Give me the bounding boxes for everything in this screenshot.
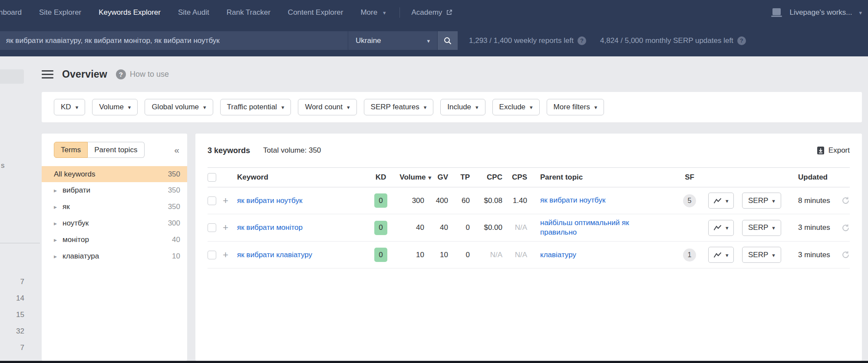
topnav-item[interactable]: Site Audit xyxy=(169,8,218,17)
column-volume[interactable]: Volume xyxy=(392,173,424,182)
column-gv[interactable]: GV xyxy=(424,173,448,182)
column-parent-topic[interactable]: Parent topic xyxy=(527,173,677,182)
collapse-sidebar-icon[interactable] xyxy=(174,145,179,154)
kd-badge: 0 xyxy=(374,193,387,208)
topnav-item[interactable]: Content Explorer xyxy=(279,8,352,17)
chevron-down-icon[interactable] xyxy=(859,8,862,17)
parent-topic-link[interactable]: клавіатуру xyxy=(540,251,576,259)
refresh-icon[interactable] xyxy=(839,251,850,259)
filter-button[interactable]: Include xyxy=(440,99,485,115)
row-checkbox[interactable] xyxy=(208,251,216,259)
keyword-link[interactable]: як вибрати ноутбук xyxy=(237,196,302,205)
gv-cell: 400 xyxy=(424,196,448,205)
topnav-item[interactable]: hboard xyxy=(0,8,30,17)
filter-button[interactable]: KD xyxy=(54,99,85,115)
cutoff-number: 32 xyxy=(0,323,24,340)
topnav-item[interactable]: Site Explorer xyxy=(30,8,90,17)
refresh-icon[interactable] xyxy=(839,224,850,232)
row-checkbox[interactable] xyxy=(208,223,216,232)
chevron-down-icon xyxy=(726,251,729,259)
keyword-tree-item[interactable]: монітор 40 xyxy=(42,232,187,248)
topnav-item[interactable]: More xyxy=(352,8,394,17)
country-select[interactable]: Ukraine xyxy=(348,31,437,50)
row-checkbox[interactable] xyxy=(208,196,216,205)
keyword-tree-item[interactable]: ноутбук 300 xyxy=(42,215,187,232)
column-sf[interactable]: SF xyxy=(677,173,703,182)
filter-button[interactable]: Traffic potential xyxy=(220,99,291,115)
filter-button[interactable]: SERP features xyxy=(364,99,434,115)
keyword-link[interactable]: як вибрати монітор xyxy=(237,223,303,232)
cutoff-number: 15 xyxy=(0,307,24,323)
keyword-link[interactable]: як вибрати клавіатуру xyxy=(237,251,312,259)
topnav-item-label: hboard xyxy=(0,8,22,16)
table-row: як вибрати ноутбук 0 300 400 60 $0.08 1.… xyxy=(208,187,850,214)
workspace-icon[interactable] xyxy=(771,8,782,17)
sparkline-icon xyxy=(713,225,722,231)
column-keyword[interactable]: Keyword xyxy=(237,173,370,182)
chevron-down-icon xyxy=(76,103,79,111)
column-updated[interactable]: Updated xyxy=(790,173,839,182)
table-body: як вибрати ноутбук 0 300 400 60 $0.08 1.… xyxy=(208,187,850,268)
collapsed-panel-tab xyxy=(0,69,24,84)
chevron-down-icon xyxy=(594,103,597,111)
account-selector[interactable]: Livepage's works... xyxy=(789,8,852,17)
filter-button[interactable]: Global volume xyxy=(145,99,213,115)
keyword-tree-item[interactable]: вибрати 350 xyxy=(42,182,187,199)
add-keyword-icon[interactable] xyxy=(223,250,237,260)
export-button[interactable]: Export xyxy=(817,146,850,155)
updated-cell: 8 minutes xyxy=(790,196,839,205)
help-icon[interactable] xyxy=(578,36,586,45)
search-button[interactable] xyxy=(438,31,458,50)
chevron-down-icon xyxy=(530,103,533,111)
column-kd[interactable]: KD xyxy=(370,173,392,182)
refresh-icon[interactable] xyxy=(839,196,850,205)
filter-button[interactable]: Exclude xyxy=(492,99,540,115)
column-cpc[interactable]: CPC xyxy=(470,173,502,182)
position-history-button[interactable] xyxy=(708,247,734,263)
cps-cell: 1.40 xyxy=(502,196,527,205)
serp-button[interactable]: SERP xyxy=(742,247,781,263)
position-history-button[interactable] xyxy=(708,220,734,236)
topnav-item[interactable]: Keywords Explorer xyxy=(90,8,169,17)
nav-academy-link[interactable]: Academy xyxy=(405,8,459,17)
tp-cell: 0 xyxy=(448,251,470,259)
cutoff-number: 7 xyxy=(0,340,24,356)
caret-right-icon xyxy=(54,253,57,260)
filter-button[interactable]: Word count xyxy=(298,99,356,115)
all-keywords-row[interactable]: All keywords 350 xyxy=(42,166,187,182)
select-all-checkbox[interactable] xyxy=(208,173,216,182)
topnav-item-label: Rank Tracker xyxy=(227,8,271,16)
position-history-button[interactable] xyxy=(708,193,734,209)
how-to-use-link[interactable]: How to use xyxy=(116,69,169,79)
filter-button[interactable]: More filters xyxy=(547,99,604,115)
filter-button[interactable]: Volume xyxy=(92,99,138,115)
help-icon[interactable] xyxy=(737,36,746,45)
divider xyxy=(0,243,40,243)
sidebar-tab[interactable]: Terms xyxy=(54,142,88,158)
serp-button[interactable]: SERP xyxy=(742,193,781,209)
tp-cell: 0 xyxy=(448,223,470,232)
serp-button[interactable]: SERP xyxy=(742,220,781,236)
parent-topic-link[interactable]: як вибрати ноутбук xyxy=(540,196,605,204)
table-header-row: Keyword KD Volume GV TP CPC CPS Parent t… xyxy=(208,167,850,187)
sidebar-tab[interactable]: Parent topics xyxy=(88,142,144,158)
keywords-search-input[interactable] xyxy=(0,31,348,50)
volume-cell: 10 xyxy=(392,251,424,259)
add-keyword-icon[interactable] xyxy=(223,223,237,232)
total-volume: Total volume: 350 xyxy=(263,146,321,155)
table-row: як вибрати клавіатуру 0 10 10 0 N/A N/A … xyxy=(208,242,850,268)
export-icon xyxy=(817,146,825,155)
column-cps[interactable]: CPS xyxy=(502,173,527,182)
keyword-tree-item[interactable]: як 350 xyxy=(42,199,187,215)
cutoff-text: s xyxy=(1,161,5,170)
column-tp[interactable]: TP xyxy=(448,173,470,182)
sidebar-tabs: Terms Parent topics xyxy=(54,142,145,158)
topnav-item[interactable]: Rank Tracker xyxy=(218,8,279,17)
menu-toggle-icon[interactable] xyxy=(42,70,53,78)
terms-sidebar-panel: Terms Parent topics All keywords 350 виб… xyxy=(42,134,187,361)
keyword-tree-item[interactable]: клавіатура 10 xyxy=(42,248,187,265)
caret-right-icon xyxy=(54,203,57,210)
add-keyword-icon[interactable] xyxy=(223,196,237,206)
parent-topic-link[interactable]: найбільш оптимальний як правильно xyxy=(540,219,629,236)
kd-badge: 0 xyxy=(374,248,387,262)
